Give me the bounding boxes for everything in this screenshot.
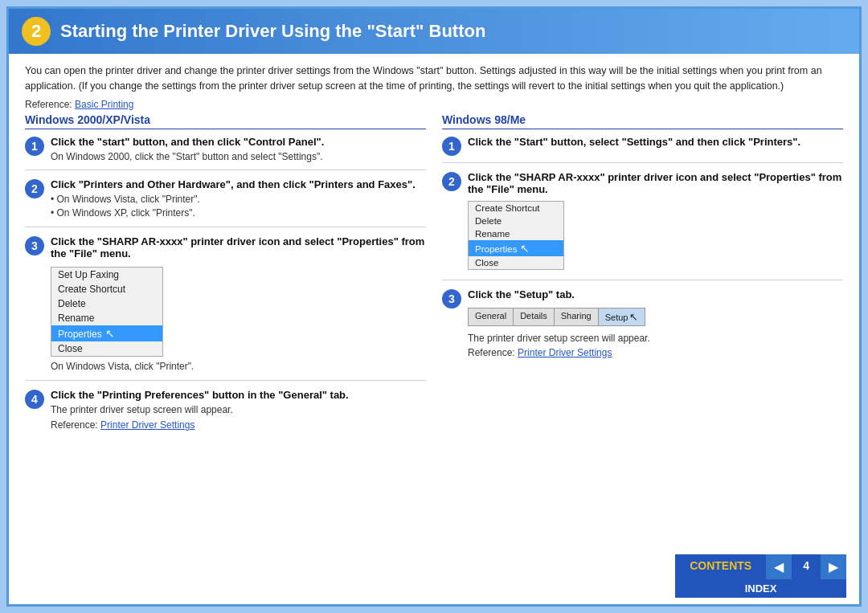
content-area: You can open the printer driver and chan… bbox=[9, 54, 859, 548]
right-step-3: 3 Click the "Setup" tab. General Details… bbox=[442, 288, 843, 368]
reference-top: Reference: Basic Printing bbox=[25, 99, 843, 110]
right-column-title: Windows 98/Me bbox=[442, 113, 843, 129]
left-step-3-content: Click the "SHARP AR-xxxx" printer driver… bbox=[51, 235, 426, 374]
left-column: Windows 2000/XP/Vista 1 Click the "start… bbox=[25, 113, 426, 539]
left-ref4-link[interactable]: Printer Driver Settings bbox=[100, 419, 194, 431]
title-bar: 2 Starting the Printer Driver Using the … bbox=[9, 9, 859, 54]
left-step-1-title: Click the "start" button, and then click… bbox=[51, 136, 426, 148]
tab-general[interactable]: General bbox=[469, 309, 514, 325]
left-step-4-num: 4 bbox=[25, 390, 44, 409]
right-step-3-num: 3 bbox=[442, 289, 461, 309]
left-step-2-content: Click "Printers and Other Hardware", and… bbox=[51, 178, 426, 220]
r-menu-item-properties[interactable]: Properties↖ bbox=[469, 240, 563, 256]
left-step-4-desc: The printer driver setup screen will app… bbox=[51, 403, 426, 417]
left-step-2: 2 Click "Printers and Other Hardware", a… bbox=[25, 178, 426, 227]
intro-text: You can open the printer driver and chan… bbox=[25, 63, 843, 94]
left-step-3-num: 3 bbox=[25, 236, 44, 255]
tab-sharing[interactable]: Sharing bbox=[555, 309, 599, 325]
right-step-3-tabs: General Details Sharing Setup↖ bbox=[468, 308, 645, 326]
menu-item-close: Close bbox=[51, 341, 162, 356]
left-column-title: Windows 2000/XP/Vista bbox=[25, 113, 426, 129]
index-button[interactable]: INDEX bbox=[675, 579, 846, 598]
left-step-1-content: Click the "start" button, and then click… bbox=[51, 136, 426, 164]
page-container: 2 Starting the Printer Driver Using the … bbox=[6, 6, 862, 607]
menu-item-delete: Delete bbox=[51, 296, 162, 311]
next-button[interactable]: ▶ bbox=[821, 554, 846, 579]
right-step-2-title: Click the "SHARP AR-xxxx" printer driver… bbox=[468, 171, 843, 195]
r-menu-item-shortcut: Create Shortcut bbox=[469, 202, 563, 215]
right-step-3-title: Click the "Setup" tab. bbox=[468, 288, 843, 300]
reference-top-label: Reference: bbox=[25, 99, 72, 110]
right-step-2: 2 Click the "SHARP AR-xxxx" printer driv… bbox=[442, 171, 843, 280]
right-ref3-label: Reference: bbox=[468, 347, 518, 358]
tab-setup[interactable]: Setup↖ bbox=[599, 309, 645, 325]
left-step-1-desc: On Windows 2000, click the "Start" butto… bbox=[51, 150, 426, 164]
left-step-2-title: Click "Printers and Other Hardware", and… bbox=[51, 178, 426, 190]
left-ref4-label: Reference: bbox=[51, 419, 100, 431]
right-step-2-num: 2 bbox=[442, 172, 461, 191]
left-step-3-title: Click the "SHARP AR-xxxx" printer driver… bbox=[51, 235, 426, 260]
right-ref3-link[interactable]: Printer Driver Settings bbox=[518, 347, 612, 358]
right-step-1-content: Click the "Start" button, select "Settin… bbox=[468, 136, 843, 156]
left-step-4-content: Click the "Printing Preferences" button … bbox=[51, 389, 426, 435]
two-columns: Windows 2000/XP/Vista 1 Click the "start… bbox=[25, 113, 843, 539]
prev-button[interactable]: ◀ bbox=[766, 554, 792, 579]
right-step-3-content: Click the "Setup" tab. General Details S… bbox=[468, 288, 843, 362]
right-step-2-menu: Create Shortcut Delete Rename Properties… bbox=[468, 201, 564, 270]
left-step-3: 3 Click the "SHARP AR-xxxx" printer driv… bbox=[25, 235, 426, 381]
right-column: Windows 98/Me 1 Click the "Start" button… bbox=[442, 113, 843, 539]
contents-button[interactable]: CONTENTS bbox=[675, 554, 766, 579]
left-step-4-title: Click the "Printing Preferences" button … bbox=[51, 389, 426, 401]
title-text: Starting the Printer Driver Using the "S… bbox=[60, 21, 485, 42]
footer-top-row: CONTENTS ◀ 4 ▶ bbox=[675, 554, 846, 579]
left-step-1: 1 Click the "start" button, and then cli… bbox=[25, 136, 426, 171]
footer-nav-group: CONTENTS ◀ 4 ▶ INDEX bbox=[675, 554, 846, 598]
left-step-3-desc: On Windows Vista, click "Printer". bbox=[51, 360, 426, 374]
reference-top-link[interactable]: Basic Printing bbox=[75, 99, 133, 110]
left-step-2-desc: • On Windows Vista, click "Printer".• On… bbox=[51, 193, 426, 220]
right-step-1-title: Click the "Start" button, select "Settin… bbox=[468, 136, 843, 148]
menu-item-shortcut: Create Shortcut bbox=[51, 282, 162, 296]
left-step-1-num: 1 bbox=[25, 137, 44, 156]
right-step-1: 1 Click the "Start" button, select "Sett… bbox=[442, 136, 843, 163]
left-step-4: 4 Click the "Printing Preferences" butto… bbox=[25, 389, 426, 441]
r-menu-item-delete: Delete bbox=[469, 215, 563, 227]
left-step-3-menu: Set Up Faxing Create Shortcut Delete Ren… bbox=[51, 267, 163, 357]
tab-details[interactable]: Details bbox=[514, 309, 555, 325]
left-step-2-num: 2 bbox=[25, 179, 44, 198]
r-menu-item-close: Close bbox=[469, 256, 563, 269]
right-step-2-content: Click the "SHARP AR-xxxx" printer driver… bbox=[468, 171, 843, 273]
title-number: 2 bbox=[22, 17, 51, 46]
menu-item-setupfax: Set Up Faxing bbox=[51, 268, 162, 282]
page-number: 4 bbox=[792, 554, 821, 579]
footer: CONTENTS ◀ 4 ▶ INDEX bbox=[9, 548, 859, 604]
menu-item-properties[interactable]: Properties↖ bbox=[51, 325, 162, 341]
menu-item-rename: Rename bbox=[51, 311, 162, 325]
left-step-4-ref: Reference: Printer Driver Settings bbox=[51, 419, 426, 431]
right-step-3-ref: Reference: Printer Driver Settings bbox=[468, 347, 843, 358]
right-step-1-num: 1 bbox=[442, 137, 461, 156]
r-menu-item-rename: Rename bbox=[469, 227, 563, 240]
right-step-3-desc: The printer driver setup screen will app… bbox=[468, 333, 843, 344]
